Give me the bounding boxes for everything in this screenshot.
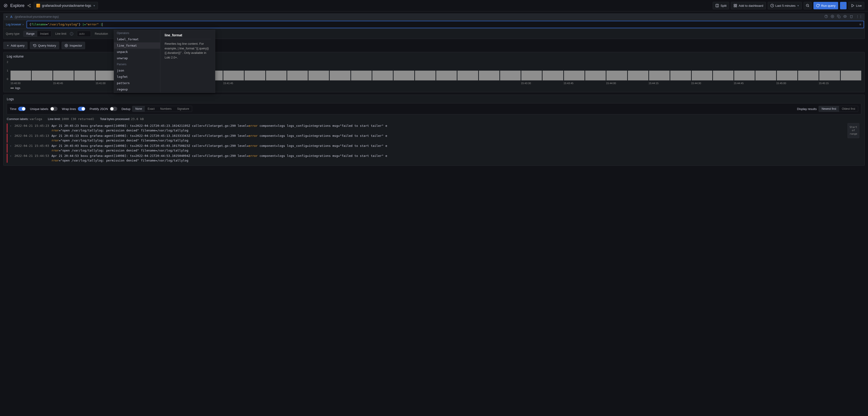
share-icon[interactable] — [27, 4, 31, 7]
bar[interactable] — [223, 71, 244, 81]
instant-option[interactable]: Instant — [37, 31, 51, 37]
copy-icon[interactable] — [837, 15, 840, 19]
zoom-out-button[interactable] — [804, 2, 812, 9]
datasource-picker[interactable]: grafanacloud-yourstackname-logs ▼ — [34, 2, 98, 9]
dedup-exact[interactable]: Exact — [145, 106, 157, 111]
add-to-dashboard-button[interactable]: Add to dashboard — [731, 2, 766, 9]
bar[interactable] — [692, 71, 712, 81]
bar[interactable] — [74, 71, 95, 81]
run-query-button[interactable]: Run query — [813, 2, 838, 9]
collapse-icon[interactable]: ▼ — [6, 15, 8, 18]
range-option[interactable]: Range — [24, 31, 37, 37]
log-line[interactable]: ›2022-04-21 15:45:03Apr 21 20:45:03 boxu… — [7, 143, 861, 153]
eye-icon[interactable] — [843, 15, 847, 19]
inspector-button[interactable]: Inspector — [62, 42, 85, 49]
ac-item[interactable]: pattern — [114, 80, 160, 86]
ac-item[interactable]: regexp — [114, 86, 160, 93]
bar[interactable] — [628, 71, 648, 81]
bar[interactable] — [53, 71, 74, 81]
bar[interactable] — [500, 71, 521, 81]
ac-item[interactable]: unpack — [114, 49, 160, 55]
editor-handle-icon[interactable]: ≡ — [859, 23, 861, 26]
help-icon[interactable] — [825, 15, 828, 19]
datasource-name: grafanacloud-yourstackname-logs — [42, 4, 91, 7]
drag-icon[interactable]: ⋮⋮ — [856, 15, 862, 19]
dedup-signature[interactable]: Signature — [175, 106, 192, 111]
bar[interactable] — [245, 71, 265, 81]
bar[interactable] — [436, 71, 457, 81]
bar[interactable] — [755, 71, 776, 81]
add-query-button[interactable]: ＋Add query — [3, 42, 28, 49]
expand-icon[interactable]: › — [10, 133, 12, 142]
ac-item[interactable]: unwrap — [114, 55, 160, 61]
bar[interactable] — [415, 71, 435, 81]
log-line[interactable]: ›2022-04-21 15:44:53Apr 21 20:44:53 boxu… — [7, 153, 861, 163]
ac-item[interactable]: label_format — [114, 36, 160, 42]
expand-icon[interactable]: › — [10, 124, 12, 133]
bar[interactable] — [585, 71, 606, 81]
dedup-none[interactable]: None — [132, 106, 145, 111]
bar[interactable] — [521, 71, 542, 81]
info-icon[interactable]: i — [70, 32, 73, 35]
time-range-picker[interactable]: Last 5 minutes▼ — [768, 2, 802, 9]
bar[interactable] — [10, 71, 31, 81]
bar[interactable] — [841, 71, 861, 81]
x-tick: 15:41:45 — [223, 82, 266, 85]
x-tick: 15:45:00 — [776, 82, 818, 85]
bar[interactable] — [266, 71, 286, 81]
split-button[interactable]: Split — [713, 2, 729, 9]
bar[interactable] — [649, 71, 670, 81]
dedup-options: None Exact Numbers Signature — [132, 106, 192, 112]
bar[interactable] — [734, 71, 755, 81]
ac-item[interactable]: line_format — [114, 42, 160, 49]
bar[interactable] — [96, 71, 116, 81]
bar[interactable] — [308, 71, 329, 81]
newest-first[interactable]: Newest first — [819, 106, 839, 111]
bar[interactable] — [479, 71, 499, 81]
bytes-label: Total bytes processed: — [100, 117, 130, 121]
chevron-down-icon: ▼ — [842, 4, 844, 7]
log-line[interactable]: ›2022-04-21 15:45:13Apr 21 20:45:13 boxu… — [7, 133, 861, 143]
bar[interactable] — [542, 71, 563, 81]
trash-icon[interactable] — [849, 15, 853, 19]
bar[interactable] — [287, 71, 308, 81]
line-limit-value: 1000 (30 returned) — [62, 117, 94, 121]
bar[interactable] — [819, 71, 840, 81]
svg-rect-10 — [736, 4, 737, 5]
svg-rect-22 — [838, 16, 840, 18]
wrap-lines-toggle[interactable] — [78, 107, 85, 111]
bar[interactable] — [777, 71, 797, 81]
dedup-numbers[interactable]: Numbers — [157, 106, 175, 111]
bar[interactable] — [607, 71, 627, 81]
query-stats-icon[interactable] — [831, 15, 834, 19]
query-history-button[interactable]: Query history — [30, 42, 59, 49]
ac-item[interactable]: json — [114, 67, 160, 74]
unique-labels-toggle[interactable] — [50, 107, 58, 111]
log-browser-button[interactable]: Log browser › — [3, 21, 26, 28]
bar[interactable] — [394, 71, 414, 81]
bar[interactable] — [564, 71, 585, 81]
prettify-toggle[interactable] — [110, 107, 117, 111]
ac-item[interactable]: logfmt — [114, 74, 160, 80]
query-editor[interactable]: {filename="/var/log/syslog"} |="error" |… — [27, 21, 864, 28]
bar[interactable] — [330, 71, 350, 81]
level-bar — [7, 143, 7, 153]
line-limit-input[interactable] — [77, 31, 91, 37]
autocomplete-list: Operators label_format line_format unpac… — [114, 30, 160, 93]
display-results-label: Display results — [797, 107, 817, 111]
time-toggle[interactable] — [18, 107, 26, 111]
bar[interactable] — [713, 71, 734, 81]
bar[interactable] — [798, 71, 818, 81]
log-line[interactable]: ›2022-04-21 15:45:23Apr 21 20:45:23 boxu… — [7, 123, 861, 133]
bar[interactable] — [32, 71, 52, 81]
bar[interactable] — [372, 71, 393, 81]
expand-icon[interactable]: › — [10, 143, 12, 153]
svg-point-2 — [30, 4, 31, 5]
expand-icon[interactable]: › — [10, 154, 12, 163]
bar[interactable] — [670, 71, 691, 81]
bar[interactable] — [351, 71, 372, 81]
run-query-dropdown[interactable]: ▼ — [840, 2, 846, 9]
oldest-first[interactable]: Oldest first — [839, 106, 858, 111]
bar[interactable] — [458, 71, 478, 81]
live-button[interactable]: Live — [848, 2, 864, 9]
